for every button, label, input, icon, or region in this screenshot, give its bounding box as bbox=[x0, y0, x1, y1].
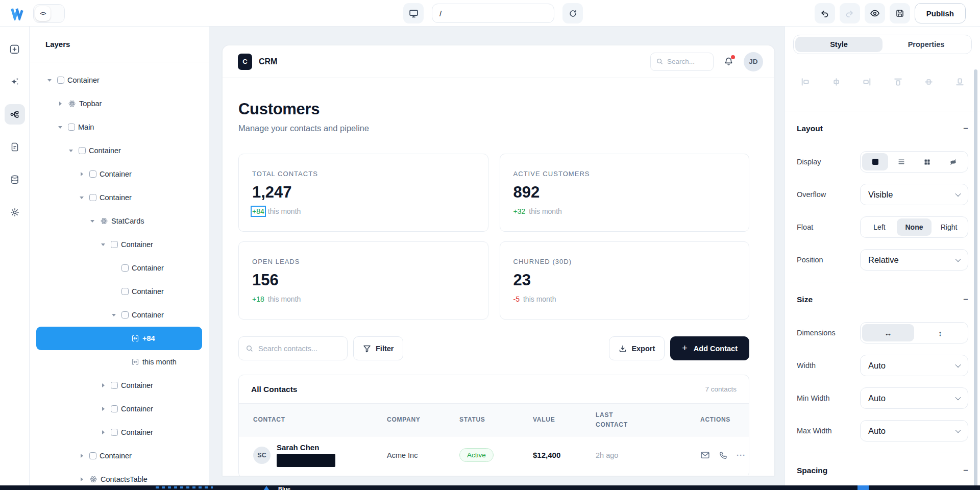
float-left-option[interactable]: Left bbox=[862, 218, 897, 236]
ellipsis-icon[interactable]: ··· bbox=[737, 451, 746, 459]
float-segmented-control: Left None Right bbox=[860, 216, 968, 238]
layer-row-container[interactable]: Container bbox=[36, 280, 202, 303]
layer-row-container[interactable]: Container bbox=[36, 444, 202, 468]
tab-properties[interactable]: Properties bbox=[883, 37, 970, 52]
dimension-width-option[interactable]: ↔ bbox=[862, 324, 914, 341]
filter-button[interactable]: Filter bbox=[353, 336, 403, 360]
chevron-down-icon[interactable] bbox=[45, 76, 54, 84]
min-width-select[interactable]: Auto bbox=[860, 387, 968, 409]
layer-row-period-text[interactable]: this month bbox=[36, 350, 202, 374]
chevron-down-icon[interactable] bbox=[78, 193, 86, 202]
layer-row-container[interactable]: Container bbox=[36, 421, 202, 444]
stat-card-churned[interactable]: CHURNED (30D) 23 -5 this month bbox=[500, 241, 750, 320]
add-element-button[interactable] bbox=[5, 39, 25, 59]
layers-tool-button[interactable] bbox=[5, 104, 25, 125]
ai-assistant-button[interactable] bbox=[5, 71, 25, 92]
settings-button[interactable] bbox=[5, 202, 25, 223]
chevron-right-icon[interactable] bbox=[99, 405, 108, 413]
chevron-right-icon[interactable] bbox=[78, 170, 86, 178]
align-bottom-icon[interactable] bbox=[955, 77, 965, 87]
float-right-option[interactable]: Right bbox=[932, 218, 966, 236]
max-width-select[interactable]: Auto bbox=[860, 420, 968, 442]
contact-last-contact: 2h ago bbox=[596, 451, 700, 459]
chevron-right-icon[interactable] bbox=[99, 381, 108, 389]
layer-row-selected-delta-text[interactable]: +84 bbox=[36, 327, 202, 350]
preview-button[interactable] bbox=[865, 3, 885, 23]
align-center-vertical-icon[interactable] bbox=[924, 77, 934, 87]
phone-icon[interactable] bbox=[719, 451, 728, 460]
device-desktop-button[interactable] bbox=[403, 3, 424, 23]
chevron-right-icon[interactable] bbox=[78, 452, 86, 460]
dimensions-label: Dimensions bbox=[797, 329, 860, 337]
dimension-height-option[interactable]: ↕ bbox=[914, 324, 966, 341]
align-right-icon[interactable] bbox=[862, 77, 872, 87]
layer-row-container[interactable]: Container bbox=[36, 68, 202, 92]
display-flex-option[interactable] bbox=[888, 153, 914, 170]
position-select[interactable]: Relative bbox=[860, 249, 968, 271]
width-select[interactable]: Auto bbox=[860, 355, 968, 376]
layers-panel: Layers Container Topbar Main Conta bbox=[30, 27, 209, 490]
selection-dashes bbox=[156, 486, 213, 488]
crm-search-box[interactable] bbox=[650, 53, 714, 71]
collapse-layout-button[interactable]: − bbox=[963, 124, 968, 134]
layer-row-container[interactable]: Container bbox=[36, 303, 202, 327]
refresh-button[interactable] bbox=[562, 3, 583, 23]
canvas: C CRM bbox=[209, 27, 785, 490]
pages-button[interactable] bbox=[5, 137, 25, 157]
display-grid-option[interactable] bbox=[914, 153, 940, 170]
url-input[interactable] bbox=[432, 4, 554, 23]
chevron-down-icon[interactable] bbox=[110, 311, 118, 319]
layer-row-container[interactable]: Container bbox=[36, 374, 202, 397]
layer-row-container[interactable]: Container bbox=[36, 397, 202, 421]
chevron-down-icon[interactable] bbox=[67, 146, 76, 155]
chevron-down-icon[interactable] bbox=[56, 123, 65, 131]
layer-row-container[interactable]: Container bbox=[36, 139, 202, 162]
contacts-search-input[interactable] bbox=[258, 345, 340, 353]
chevron-down-icon[interactable] bbox=[99, 240, 108, 249]
chevron-right-icon[interactable] bbox=[56, 100, 65, 108]
layer-row-topbar[interactable]: Topbar bbox=[36, 92, 202, 115]
table-row[interactable]: SC Sarah Chen Acme Inc Active $12,400 2h… bbox=[239, 436, 749, 476]
app-logo[interactable] bbox=[10, 7, 24, 20]
layer-row-main[interactable]: Main bbox=[36, 115, 202, 139]
align-center-horizontal-icon[interactable] bbox=[831, 77, 841, 87]
stat-card-active-customers[interactable]: ACTIVE CUSTOMERS 892 +32 this month bbox=[500, 154, 750, 232]
align-top-icon[interactable] bbox=[893, 77, 903, 87]
layer-row-container[interactable]: Container bbox=[36, 162, 202, 186]
layer-row-container[interactable]: Container bbox=[36, 186, 202, 209]
panel-scrollbar[interactable] bbox=[974, 69, 977, 490]
tab-style[interactable]: Style bbox=[795, 37, 883, 52]
align-left-icon[interactable] bbox=[800, 77, 810, 87]
chevron-right-icon[interactable] bbox=[99, 428, 108, 436]
stat-card-total-contacts[interactable]: TOTAL CONTACTS 1,247 +84 this month bbox=[238, 154, 488, 232]
publish-button[interactable]: Publish bbox=[915, 3, 966, 23]
chevron-down-icon[interactable] bbox=[88, 217, 97, 225]
display-label: Display bbox=[797, 158, 860, 166]
size-section: Size − Dimensions ↔ ↕ Width Auto Min Wid… bbox=[785, 289, 980, 442]
collapse-size-button[interactable]: − bbox=[963, 295, 968, 305]
add-contact-button[interactable]: + Add Contact bbox=[670, 336, 749, 360]
mail-icon[interactable] bbox=[700, 450, 710, 460]
layer-row-statcards[interactable]: StatCards bbox=[36, 209, 202, 233]
display-block-option[interactable] bbox=[862, 153, 888, 170]
redo-button[interactable] bbox=[840, 3, 860, 23]
undo-button[interactable] bbox=[815, 3, 835, 23]
float-none-option[interactable]: None bbox=[897, 218, 932, 236]
data-button[interactable] bbox=[5, 169, 25, 190]
code-view-toggle[interactable]: <> bbox=[33, 4, 65, 23]
contact-value: $12,400 bbox=[533, 451, 596, 459]
save-button[interactable] bbox=[890, 3, 910, 23]
contacts-search-box[interactable] bbox=[238, 336, 348, 360]
export-button[interactable]: Export bbox=[609, 336, 665, 360]
display-none-option[interactable] bbox=[940, 153, 966, 170]
notifications-button[interactable] bbox=[724, 57, 733, 66]
selected-delta-text[interactable]: +84 bbox=[252, 207, 264, 215]
layer-row-container[interactable]: Container bbox=[36, 256, 202, 280]
user-avatar[interactable]: JD bbox=[744, 52, 763, 71]
collapse-spacing-button[interactable]: − bbox=[963, 465, 968, 476]
layer-row-container[interactable]: Container bbox=[36, 233, 202, 256]
chevron-right-icon[interactable] bbox=[78, 475, 86, 483]
overflow-select[interactable]: Visible bbox=[860, 184, 968, 205]
crm-search-input[interactable] bbox=[667, 58, 708, 65]
stat-card-open-leads[interactable]: OPEN LEADS 156 +18 this month bbox=[238, 241, 488, 320]
